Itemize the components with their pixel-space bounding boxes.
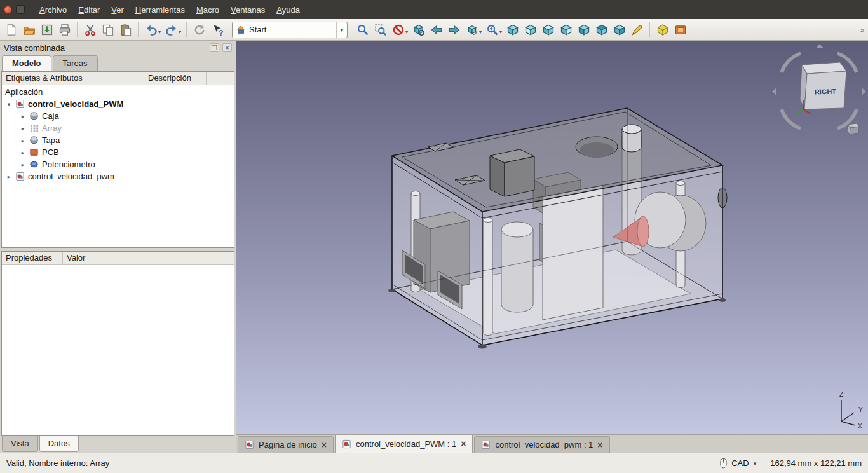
- view-back-icon[interactable]: [428, 21, 445, 39]
- redo-dropdown-icon[interactable]: ▾: [179, 29, 181, 35]
- workbench-selector[interactable]: Start ▾: [232, 22, 348, 38]
- part-solid-icon: [29, 111, 39, 121]
- tree-item-aplicacion[interactable]: Aplicación: [2, 86, 234, 98]
- view-rear-icon[interactable]: [575, 21, 592, 39]
- tree-item-pcb[interactable]: ▸ PCB: [2, 146, 234, 158]
- zoom-tools-icon[interactable]: [484, 21, 501, 39]
- tree-item-potenciometro[interactable]: ▸ Potenciometro: [2, 158, 234, 170]
- nav-right-arrow-icon: [862, 88, 866, 95]
- workbench-dropdown-icon[interactable]: ▾: [336, 22, 348, 38]
- statusbar: Valid, Nombre interno: Array CAD ▾ 162,9…: [0, 453, 868, 473]
- new-file-icon[interactable]: [3, 21, 20, 39]
- toolbar-overflow-icon[interactable]: »: [860, 26, 865, 34]
- view-isometric-icon[interactable]: [504, 21, 521, 39]
- measure-distance-icon[interactable]: [628, 21, 646, 39]
- expander-open-icon[interactable]: ▾: [6, 101, 12, 107]
- tree-header-description[interactable]: Descripción: [144, 72, 207, 85]
- property-editor-panel: Propiedades Valor: [1, 251, 234, 436]
- close-tab-icon[interactable]: ×: [461, 439, 466, 448]
- select-bounding-box-icon[interactable]: [410, 21, 427, 39]
- workbench-selector-value: Start: [249, 25, 332, 34]
- view-rotate-icon[interactable]: [463, 21, 480, 39]
- tree-header-labels[interactable]: Etiquetas & Atributos: [2, 72, 144, 85]
- nav-style-selector[interactable]: CAD: [731, 458, 749, 468]
- refresh-icon: [191, 21, 208, 39]
- app-icon[interactable]: [16, 5, 25, 14]
- tree-item-document-pwm-2[interactable]: ▸ control_velocidad_pwm: [2, 170, 234, 182]
- print-icon[interactable]: [56, 21, 73, 39]
- save-file-icon[interactable]: [38, 21, 55, 39]
- draw-style-icon[interactable]: [390, 21, 407, 39]
- menu-ayuda[interactable]: Ayuda: [271, 1, 306, 18]
- redo-icon[interactable]: [163, 21, 180, 39]
- tab-tareas[interactable]: Tareas: [53, 55, 98, 71]
- draw-style-dropdown-icon[interactable]: ▾: [405, 29, 408, 35]
- status-message: Valid, Nombre interno: Array: [6, 458, 109, 468]
- viewport: RIGHT Z Y X Página d: [236, 41, 868, 453]
- view-right-icon[interactable]: [557, 21, 574, 39]
- view-front-icon[interactable]: [522, 21, 539, 39]
- navigation-cube[interactable]: RIGHT: [771, 43, 867, 142]
- property-header-name[interactable]: Propiedades: [2, 252, 63, 264]
- view-forward-icon[interactable]: [445, 21, 463, 39]
- view-left-icon[interactable]: [611, 21, 628, 39]
- expander-closed-icon[interactable]: ▸: [20, 125, 26, 132]
- view-bottom-icon[interactable]: [593, 21, 610, 39]
- rotate-left-arrow-icon: [782, 53, 801, 72]
- 3d-view[interactable]: RIGHT Z Y X: [236, 41, 868, 434]
- paste-icon[interactable]: [117, 21, 134, 39]
- part-solid-icon: [29, 135, 39, 145]
- fit-all-icon[interactable]: [354, 21, 371, 39]
- document-icon: [342, 439, 351, 449]
- document-icon: [245, 440, 254, 449]
- tab-vista[interactable]: Vista: [2, 436, 38, 452]
- tree-item-document-pwm[interactable]: ▾ control_velocidad_PWM: [2, 98, 234, 110]
- undo-icon[interactable]: [142, 21, 159, 39]
- view-top-icon[interactable]: [539, 21, 557, 39]
- menu-herramientas[interactable]: Herramientas: [130, 1, 191, 18]
- expander-closed-icon[interactable]: ▸: [6, 174, 12, 180]
- panel-close-icon[interactable]: ×: [222, 43, 232, 52]
- menu-ver[interactable]: Ver: [105, 1, 130, 18]
- zoom-region-icon[interactable]: [372, 21, 389, 39]
- expander-closed-icon[interactable]: ▸: [20, 149, 26, 156]
- axis-z-label: Z: [839, 391, 843, 398]
- nav-style-dropdown-icon[interactable]: ▾: [754, 460, 757, 467]
- menu-editar[interactable]: Editar: [72, 1, 105, 18]
- copy-icon[interactable]: [99, 21, 116, 39]
- close-tab-icon[interactable]: ×: [322, 441, 327, 449]
- property-list-empty: [2, 265, 234, 435]
- tree-item-tapa[interactable]: ▸ Tapa: [2, 134, 234, 146]
- expander-closed-icon[interactable]: ▸: [20, 113, 26, 120]
- menu-macro[interactable]: Macro: [191, 1, 225, 18]
- combo-view-titlebar[interactable]: Vista combinada ❐ ×: [0, 41, 236, 55]
- menu-archivo[interactable]: Archivo: [34, 1, 72, 18]
- whats-this-icon[interactable]: ?: [208, 21, 226, 39]
- menu-ventanas[interactable]: Ventanas: [225, 1, 271, 18]
- window-close-button[interactable]: [4, 6, 12, 14]
- addon-library-icon[interactable]: [672, 21, 689, 39]
- undo-dropdown-icon[interactable]: ▾: [158, 29, 161, 35]
- expander-closed-icon[interactable]: ▸: [20, 161, 26, 168]
- doc-tab-control-velocidad-pwm[interactable]: control_velocidad_pwm : 1 ×: [474, 436, 609, 453]
- addon-macro-icon[interactable]: [654, 21, 671, 39]
- document-icon: [481, 440, 491, 449]
- tree-item-caja[interactable]: ▸ Caja: [2, 110, 234, 122]
- tab-modelo[interactable]: Modelo: [2, 55, 51, 71]
- property-header-value[interactable]: Valor: [63, 252, 234, 264]
- tab-datos[interactable]: Datos: [39, 436, 79, 452]
- close-tab-icon[interactable]: ×: [597, 441, 602, 449]
- expander-closed-icon[interactable]: ▸: [20, 137, 26, 144]
- tree-item-array[interactable]: ▸ Array: [2, 122, 234, 134]
- panel-float-icon[interactable]: ❐: [210, 43, 219, 52]
- doc-tab-start-page[interactable]: Página de inicio ×: [238, 436, 334, 453]
- combo-view-panel: Vista combinada ❐ × Modelo Tareas Etique…: [0, 41, 236, 453]
- view-rotate-dropdown-icon[interactable]: ▾: [479, 29, 482, 35]
- zoom-tools-dropdown-icon[interactable]: ▾: [499, 29, 502, 35]
- cut-icon[interactable]: [81, 21, 98, 39]
- open-file-icon[interactable]: [20, 21, 37, 39]
- doc-tab-control-velocidad-PWM[interactable]: control_velocidad_PWM : 1 ×: [335, 434, 473, 453]
- nav-up-arrow-icon: [816, 44, 824, 48]
- axis-x-label: X: [858, 423, 862, 429]
- document-icon: [15, 172, 25, 181]
